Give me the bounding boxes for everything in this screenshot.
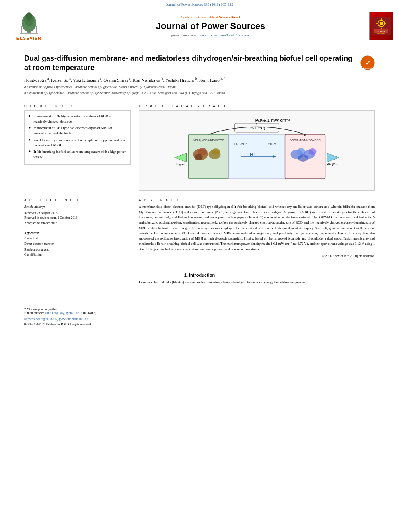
svg-rect-6	[20, 33, 38, 34]
keywords-section: Keywords: Biofuel cell Direct electron t…	[24, 230, 131, 258]
svg-text:MBH/p-PDA/KB/WPCC: MBH/p-PDA/KB/WPCC	[193, 138, 225, 142]
section-number: 1. Introduction	[24, 273, 375, 277]
keyword-2: Direct electron transfer	[24, 241, 131, 247]
highlights-box: Improvement of DET-type bio-electrocatal…	[24, 110, 131, 165]
svg-rect-4	[21, 26, 22, 33]
svg-text:SOURCES: SOURCES	[377, 32, 385, 34]
journal-title: Journal of Power Sources	[53, 21, 368, 31]
keyword-3: Bioelectrocatalysis	[24, 247, 131, 253]
copyright-bottom: 0378-7753/© 2016 Elsevier B.V. All right…	[24, 322, 131, 326]
highlight-item-4: H₂/air-breathing biofuel cell at room te…	[29, 149, 126, 160]
svg-text:2H₂O: 2H₂O	[268, 142, 276, 146]
journal-header: ELSEVIER Contents lists available at Sci…	[0, 8, 399, 44]
svg-point-3	[26, 12, 32, 21]
highlights-list: Improvement of DET-type bio-electrocatal…	[29, 114, 126, 160]
sciencedirect-line: Contents lists available at ScienceDirec…	[53, 15, 368, 19]
cell-diagram-svg: P MAX = 6.1 mW cm⁻² (25 ± 2°C) MBH/p-PDA…	[142, 116, 371, 185]
abstract-col: A B S T R A C T A membraneless direct el…	[139, 198, 375, 262]
highlight-item-2: Improvement of DET-type bio-electrocatal…	[29, 125, 126, 136]
svg-marker-47	[327, 153, 339, 162]
intro-left-col: * * Corresponding author. E-mail address…	[24, 280, 131, 326]
svg-text:CrossMark: CrossMark	[363, 67, 372, 69]
doi-line: http://dx.doi.org/10.1016/j.jpowsour.201…	[24, 317, 131, 321]
highlights-col: H I G H L I G H T S Improvement of DET-t…	[24, 104, 131, 191]
separator-3	[24, 266, 375, 266]
svg-point-31	[212, 148, 220, 155]
highlights-label: H I G H L I G H T S	[24, 104, 131, 108]
svg-marker-45	[175, 153, 187, 162]
journal-icon-box: POWER SOURCES	[369, 12, 393, 40]
revised-date: Received in revised form 6 October 2016	[24, 216, 131, 221]
keywords-label: Keywords:	[24, 230, 131, 236]
article-history: Article history: Received 28 August 2016…	[24, 204, 131, 226]
history-label: Article history:	[24, 204, 131, 210]
separator-1	[24, 101, 375, 101]
elsevier-tree-icon	[13, 12, 45, 36]
abstract-text: A membraneless direct electron transfer …	[139, 204, 375, 252]
affiliation-a: a Division of Applied Life Sciences, Gra…	[24, 84, 375, 90]
svg-point-9	[380, 22, 383, 25]
affiliations: a Division of Applied Life Sciences, Gra…	[24, 84, 375, 96]
asterisk-icon: *	[24, 307, 26, 311]
corresponding-author-area: * * Corresponding author. E-mail address…	[24, 304, 131, 326]
corr-author-label: * * Corresponding author.	[24, 307, 131, 311]
paper-content: Dual gas-diffusion membrane- and mediato…	[0, 44, 399, 334]
keyword-1: Biofuel cell	[24, 236, 131, 241]
received-date: Received 28 August 2016	[24, 211, 131, 216]
paper-title: Dual gas-diffusion membrane- and mediato…	[24, 54, 356, 73]
svg-rect-5	[36, 26, 37, 33]
authors-line: Hong-qi Xia a, Keisei So a, Yuki Kitazum…	[24, 77, 375, 82]
email-line: E-mail address: kano.kenji.5z@kyoto-u.ac…	[24, 311, 131, 315]
article-info-col: A R T I C L E I N F O Article history: R…	[24, 198, 131, 262]
separator-2	[24, 195, 375, 195]
graphical-abstract-box: P MAX = 6.1 mW cm⁻² (25 ± 2°C) MBH/p-PDA…	[139, 110, 375, 191]
highlight-item-3: Gas-diffusion system to improve fuel sup…	[29, 138, 126, 148]
abstract-body: A membraneless direct electron transfer …	[139, 204, 375, 252]
abstract-copyright: © 2016 Elsevier B.V. All rights reserved…	[139, 254, 375, 258]
svg-point-29	[195, 154, 203, 160]
svg-text:✓: ✓	[365, 60, 370, 66]
graphical-abstract-label: G R A P H I C A L A B S T R A C T	[139, 104, 375, 108]
svg-point-43	[309, 148, 317, 155]
elsevier-logo-area: ELSEVIER	[5, 12, 53, 41]
title-area: Dual gas-diffusion membrane- and mediato…	[24, 54, 375, 73]
intro-right-col: Enzymatic biofuel cells (EBFCs) are devi…	[139, 280, 375, 326]
article-info-abstract-section: A R T I C L E I N F O Article history: R…	[24, 198, 375, 262]
crossmark-icon: ✓ CrossMark	[360, 55, 375, 70]
keyword-4: Gas-diffusion	[24, 252, 131, 258]
highlights-graphical-section: H I G H L I G H T S Improvement of DET-t…	[24, 104, 375, 191]
homepage-url[interactable]: www.elsevier.com/locate/jpowsour	[199, 33, 250, 37]
email-link[interactable]: kano.kenji.5z@kyoto-u.ac.jp	[45, 311, 82, 315]
svg-text:H⁺: H⁺	[250, 152, 256, 158]
svg-text:Air (O₂): Air (O₂)	[327, 162, 338, 166]
doi-link[interactable]: http://dx.doi.org/10.1016/j.jpowsour.201…	[24, 317, 88, 321]
introduction-section: 1. Introduction * * Corresponding author…	[24, 273, 375, 326]
svg-text:e⁻: e⁻	[255, 122, 259, 126]
corresponding-author: * * Corresponding author. E-mail address…	[24, 304, 131, 315]
journal-top-reference: Journal of Power Sources 335 (2016) 105–…	[0, 0, 399, 8]
journal-cover-icon: POWER SOURCES	[372, 17, 391, 35]
svg-point-44	[298, 154, 309, 162]
abstract-label: A B S T R A C T	[139, 198, 375, 202]
intro-body: Enzymatic biofuel cells (EBFCs) are devi…	[139, 280, 375, 285]
article-info-label: A R T I C L E I N F O	[24, 198, 131, 202]
elsevier-wordmark: ELSEVIER	[16, 36, 41, 41]
intro-text-area: * * Corresponding author. E-mail address…	[24, 280, 375, 326]
accepted-date: Accepted 8 October 2016	[24, 221, 131, 226]
svg-text:H₂→2H⁺: H₂→2H⁺	[234, 142, 247, 146]
homepage-link: journal homepage: www.elsevier.com/locat…	[53, 33, 368, 37]
affiliation-b: b Department of Life Science, Graduate S…	[24, 90, 375, 96]
svg-text:H₂ gas: H₂ gas	[175, 162, 185, 166]
journal-icon-area: POWER SOURCES	[368, 12, 394, 40]
graphical-abstract-col: G R A P H I C A L A B S T R A C T P MAX …	[139, 104, 375, 191]
svg-text:= 6.1 mW cm⁻²: = 6.1 mW cm⁻²	[260, 118, 290, 123]
journal-header-center: Contents lists available at ScienceDirec…	[53, 15, 368, 37]
highlight-item-1: Improvement of DET-type bio-electrocatal…	[29, 114, 126, 124]
crossmark-badge[interactable]: ✓ CrossMark	[360, 55, 375, 70]
journal-reference-text: Journal of Power Sources 335 (2016) 105–…	[166, 2, 233, 6]
sciencedirect-name: ScienceDirect	[219, 15, 240, 19]
svg-text:BOD/2-ABA/KB/WPCC: BOD/2-ABA/KB/WPCC	[290, 138, 321, 142]
